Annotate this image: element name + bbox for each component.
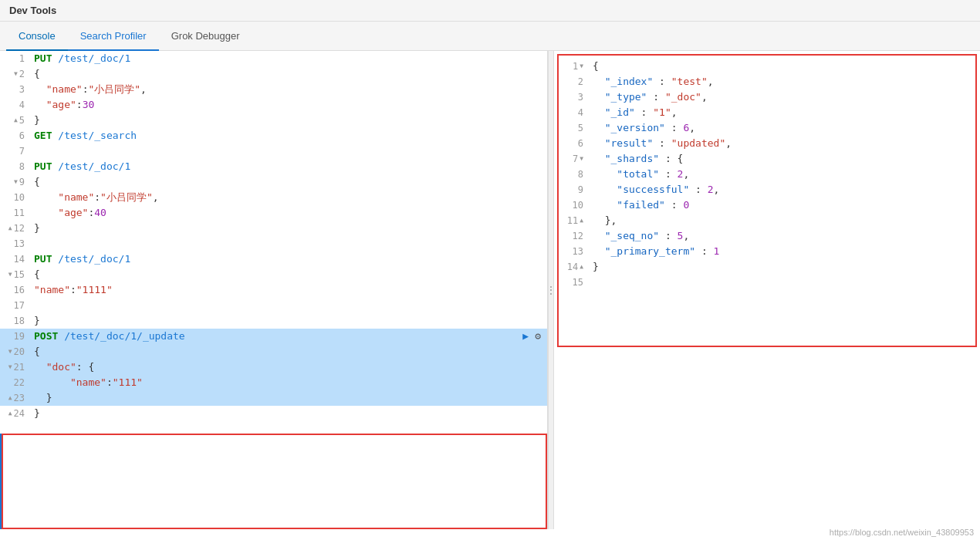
line-num-19: 19 [0, 329, 31, 344]
resp-content-14: } [590, 259, 975, 275]
response-line-11: 11▲ }, [559, 213, 975, 228]
line-num-6: 6 [0, 128, 31, 143]
response-panel[interactable]: 1▼ { 2 "_index" : "test", 3 "_type" : "_… [554, 51, 980, 529]
code-line-9: ▼9 { [0, 174, 547, 190]
line-num-21: ▼21 [0, 359, 31, 375]
code-line-6: 6 GET /test/_search [0, 128, 547, 143]
resp-num-4: 4 [559, 105, 590, 120]
resp-num-10: 10 [559, 197, 590, 213]
line-content-8: PUT /test/_doc/1 [31, 159, 547, 174]
resp-num-13: 13 [559, 244, 590, 259]
resp-num-14: 14▲ [559, 259, 590, 275]
resp-content-1: { [590, 59, 975, 74]
response-line-3: 3 "_type" : "_doc", [559, 89, 975, 105]
resp-content-13: "_primary_term" : 1 [590, 244, 975, 259]
tab-search-profiler[interactable]: Search Profiler [68, 22, 159, 51]
line-content-4: "age":30 [31, 97, 547, 113]
resp-content-6: "result" : "updated", [590, 136, 975, 151]
line-content-21: "doc": { [31, 359, 547, 375]
resp-content-5: "_version" : 6, [590, 120, 975, 136]
left-editor-panel[interactable]: 1 PUT /test/_doc/1 ▼2 { 3 "name":"小吕同学",… [0, 51, 548, 529]
code-line-16: 16 "name":"1111" [0, 282, 547, 298]
line-content-1: PUT /test/_doc/1 [31, 51, 547, 66]
line-num-23: ▲23 [0, 390, 31, 406]
code-line-19: 19 POST /test/_doc/1/_update ▶ ⚙ [0, 329, 547, 344]
code-line-14: 14 PUT /test/_doc/1 [0, 251, 547, 267]
line-num-14: 14 [0, 251, 31, 267]
resp-content-11: }, [590, 213, 975, 228]
tab-bar: Console Search Profiler Grok Debugger [0, 22, 980, 51]
line-actions-19: ▶ ⚙ [522, 329, 547, 344]
settings-button[interactable]: ⚙ [535, 329, 541, 344]
play-button[interactable]: ▶ [522, 329, 529, 344]
code-line-3: 3 "name":"小吕同学", [0, 82, 547, 97]
line-content-18: } [31, 313, 547, 329]
code-line-1: 1 PUT /test/_doc/1 [0, 51, 547, 66]
active-section-indicator [0, 434, 3, 529]
response-line-14: 14▲ } [559, 259, 975, 275]
response-highlight-box: 1▼ { 2 "_index" : "test", 3 "_type" : "_… [557, 54, 977, 347]
resp-num-12: 12 [559, 228, 590, 244]
main-content: 1 PUT /test/_doc/1 ▼2 { 3 "name":"小吕同学",… [0, 51, 980, 529]
tab-grok-debugger[interactable]: Grok Debugger [159, 22, 252, 51]
resp-num-1: 1▼ [559, 59, 590, 74]
line-num-24: ▲24 [0, 406, 31, 421]
resp-num-2: 2 [559, 74, 590, 89]
response-line-4: 4 "_id" : "1", [559, 105, 975, 120]
code-editor[interactable]: 1 PUT /test/_doc/1 ▼2 { 3 "name":"小吕同学",… [0, 51, 547, 421]
line-content-5: } [31, 113, 547, 128]
line-num-15: ▼15 [0, 267, 31, 282]
response-line-12: 12 "_seq_no" : 5, [559, 228, 975, 244]
resp-num-3: 3 [559, 89, 590, 105]
resp-content-9: "successful" : 2, [590, 182, 975, 197]
code-line-18: 18 } [0, 313, 547, 329]
line-num-20: ▼20 [0, 344, 31, 359]
resp-num-8: 8 [559, 167, 590, 182]
code-line-8: 8 PUT /test/_doc/1 [0, 159, 547, 174]
title-bar: Dev Tools [0, 0, 980, 22]
resp-num-7: 7▼ [559, 151, 590, 167]
line-content-11: "age":40 [31, 205, 547, 221]
line-num-5: ▲5 [0, 113, 31, 128]
line-num-7: 7 [0, 143, 31, 159]
resp-num-15: 15 [559, 275, 590, 290]
line-content-16: "name":"1111" [31, 282, 547, 298]
response-line-7: 7▼ "_shards" : { [559, 151, 975, 167]
response-line-1: 1▼ { [559, 59, 975, 74]
resp-content-2: "_index" : "test", [590, 74, 975, 89]
line-num-16: 16 [0, 282, 31, 298]
code-line-11: 11 "age":40 [0, 205, 547, 221]
line-num-17: 17 [0, 298, 31, 313]
code-line-21: ▼21 "doc": { [0, 359, 547, 375]
line-num-22: 22 [0, 375, 31, 390]
line-num-11: 11 [0, 205, 31, 221]
resp-content-7: "_shards" : { [590, 151, 975, 167]
panel-divider[interactable]: ⋮ [548, 51, 554, 529]
line-content-24: } [31, 406, 547, 421]
response-line-5: 5 "_version" : 6, [559, 120, 975, 136]
tab-console[interactable]: Console [6, 22, 68, 51]
line-content-19: POST /test/_doc/1/_update [31, 329, 522, 344]
line-content-2: { [31, 66, 547, 82]
response-line-8: 8 "total" : 2, [559, 167, 975, 182]
line-content-14: PUT /test/_doc/1 [31, 251, 547, 267]
response-line-10: 10 "failed" : 0 [559, 197, 975, 213]
resp-num-5: 5 [559, 120, 590, 136]
code-line-17: 17 [0, 298, 547, 313]
selection-highlight-box [2, 434, 547, 529]
resp-content-12: "_seq_no" : 5, [590, 228, 975, 244]
resp-num-11: 11▲ [559, 213, 590, 228]
response-line-15: 15 [559, 275, 975, 290]
resp-num-9: 9 [559, 182, 590, 197]
line-num-10: 10 [0, 190, 31, 205]
code-line-12: ▲12 } [0, 221, 547, 236]
line-content-9: { [31, 174, 547, 190]
line-num-2: ▼2 [0, 66, 31, 82]
code-line-24: ▲24 } [0, 406, 547, 421]
line-num-13: 13 [0, 236, 31, 251]
attribution: https://blog.csdn.net/weixin_43809953 [830, 528, 974, 537]
line-content-3: "name":"小吕同学", [31, 82, 547, 97]
code-line-22: 22 "name":"111" [0, 375, 547, 390]
resp-content-4: "_id" : "1", [590, 105, 975, 120]
line-content-20: { [31, 344, 547, 359]
